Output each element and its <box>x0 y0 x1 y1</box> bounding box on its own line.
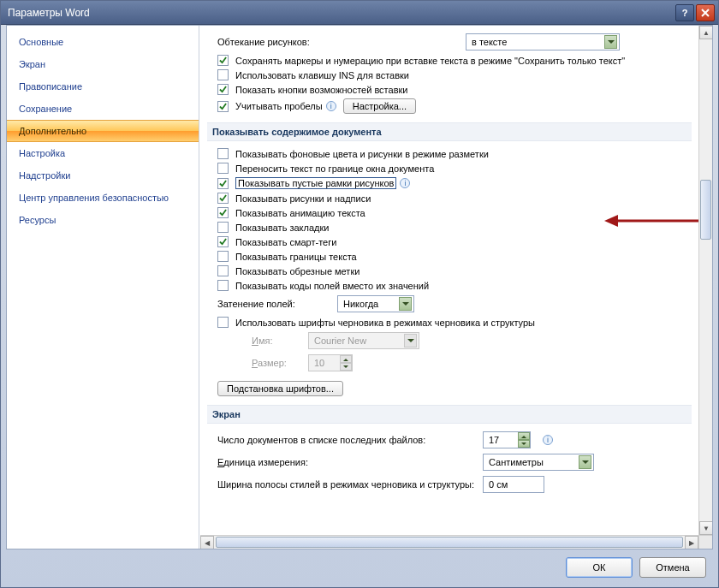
doc-option-7[interactable]: Показывать границы текста <box>211 249 688 264</box>
checkbox-icon[interactable] <box>217 280 229 291</box>
sidebar-item-advanced[interactable]: Дополнительно <box>7 120 199 142</box>
font-size-spinner: 10 <box>308 354 353 371</box>
doc-option-0[interactable]: Показывать фоновые цвета и рисунки в реж… <box>211 146 688 161</box>
doc-option-8[interactable]: Показывать обрезные метки <box>211 264 688 278</box>
doc-option-2[interactable]: Показывать пустые рамки рисунковi <box>211 175 688 191</box>
checkbox-icon[interactable] <box>217 163 229 174</box>
window-title: Параметры Word <box>8 7 674 19</box>
doc-option-4[interactable]: Показывать анимацию текста <box>211 205 688 220</box>
titlebar[interactable]: Параметры Word ? <box>1 1 718 25</box>
sidebar-item-resources[interactable]: Ресурсы <box>7 209 199 231</box>
checkbox-icon[interactable] <box>217 69 229 80</box>
style-width-input[interactable]: 0 см <box>483 476 544 493</box>
option-label: Показывать границы текста <box>235 252 357 262</box>
option-label: Показывать закладки <box>235 223 329 233</box>
option-label: Показывать пустые рамки рисунков <box>235 177 396 189</box>
option-label: Переносить текст по границе окна докумен… <box>235 163 434 174</box>
font-substitution-button[interactable]: Подстановка шрифтов... <box>217 381 343 396</box>
paste-settings-button[interactable]: Настройка... <box>343 98 416 114</box>
vertical-scrollbar[interactable]: ▲ ▼ <box>698 26 712 535</box>
close-button[interactable] <box>696 4 715 21</box>
sidebar-item-display[interactable]: Экран <box>7 53 199 75</box>
font-name-select: Courier New <box>308 332 419 349</box>
sidebar-item-proofing[interactable]: Правописание <box>7 75 199 98</box>
spin-down-icon[interactable] <box>518 440 530 448</box>
section-screen: Экран <box>207 405 692 424</box>
horizontal-scrollbar[interactable]: ◀ ▶ <box>200 535 698 549</box>
option-label: Показывать анимацию текста <box>235 208 365 218</box>
field-shading-label: Затенение полей: <box>217 299 329 309</box>
units-select[interactable]: Сантиметры <box>483 454 594 471</box>
recent-docs-label: Число документов в списке последних файл… <box>217 435 474 445</box>
checkbox-icon[interactable] <box>217 236 229 247</box>
checkbox-icon[interactable] <box>217 178 229 189</box>
sidebar-item-general[interactable]: Основные <box>7 31 199 53</box>
ok-button[interactable]: ОК <box>566 557 633 578</box>
option-label: Показывать смарт-теги <box>235 237 336 247</box>
doc-option-9[interactable]: Показывать коды полей вместо их значений <box>211 278 688 293</box>
sidebar-item-addins[interactable]: Надстройки <box>7 164 199 187</box>
recent-docs-spinner[interactable]: 17 <box>483 431 531 448</box>
info-icon[interactable]: i <box>400 178 410 188</box>
wrap-label: Обтекание рисунков: <box>217 37 457 47</box>
option-label: Показывать фоновые цвета и рисунки в реж… <box>235 149 489 159</box>
spin-up-icon[interactable] <box>518 432 530 440</box>
cancel-button[interactable]: Отмена <box>639 557 706 578</box>
options-dialog: Параметры Word ? Основные Экран Правопис… <box>0 0 719 588</box>
checkbox-icon[interactable] <box>217 148 229 159</box>
category-sidebar: Основные Экран Правописание Сохранение Д… <box>7 26 199 549</box>
scroll-right-icon[interactable]: ▶ <box>685 536 698 549</box>
checkbox-icon[interactable] <box>217 193 229 204</box>
option-label: Показывать рисунки и надписи <box>235 193 371 204</box>
doc-option-6[interactable]: Показывать смарт-теги <box>211 235 688 249</box>
units-row: Единица измерения: Сантиметры <box>211 451 688 473</box>
scroll-thumb[interactable] <box>216 537 683 548</box>
spin-down-icon <box>340 363 352 371</box>
font-size-row: Размер: 10 <box>211 352 688 374</box>
doc-option-1[interactable]: Переносить текст по границе окна докумен… <box>211 161 688 175</box>
chevron-down-icon[interactable] <box>604 35 617 49</box>
scroll-down-icon[interactable]: ▼ <box>699 521 712 535</box>
sidebar-item-save[interactable]: Сохранение <box>7 98 199 120</box>
option-label: Показывать коды полей вместо их значений <box>235 281 429 291</box>
checkbox-icon[interactable] <box>217 265 229 276</box>
field-shading-row: Затенение полей: Никогда <box>211 293 688 315</box>
dialog-body: Основные Экран Правописание Сохранение Д… <box>6 25 713 549</box>
info-icon[interactable]: i <box>326 101 336 111</box>
checkbox-icon[interactable] <box>217 317 229 328</box>
chevron-down-icon <box>404 334 417 347</box>
spin-up-icon <box>340 355 352 363</box>
checkbox-icon[interactable] <box>217 84 229 95</box>
sidebar-item-customize[interactable]: Настройка <box>7 142 199 164</box>
font-name-label: Имя: <box>252 336 300 346</box>
font-substitution-row: Подстановка шрифтов... <box>211 379 688 398</box>
checkbox-icon[interactable] <box>217 207 229 218</box>
chevron-down-icon[interactable] <box>399 297 412 311</box>
opt-draft-font[interactable]: Использовать шрифты черновика в режимах … <box>211 315 688 330</box>
field-shading-select[interactable]: Никогда <box>337 295 414 312</box>
checkbox-icon[interactable] <box>217 251 229 262</box>
chevron-down-icon[interactable] <box>579 455 591 469</box>
wrap-select[interactable]: в тексте <box>466 33 620 50</box>
opt-ins-key[interactable]: Использовать клавишу INS для вставки <box>211 68 688 82</box>
scroll-thumb[interactable] <box>700 180 711 240</box>
doc-option-3[interactable]: Показывать рисунки и надписи <box>211 191 688 205</box>
scroll-up-icon[interactable]: ▲ <box>699 26 712 39</box>
opt-spaces[interactable]: Учитывать пробелы i Настройка... <box>211 97 688 116</box>
help-button[interactable]: ? <box>675 4 694 21</box>
checkbox-icon[interactable] <box>217 55 229 66</box>
opt-keep-bullets[interactable]: Сохранять маркеры и нумерацию при вставк… <box>211 53 688 68</box>
style-width-label: Ширина полосы стилей в режимах черновика… <box>217 479 474 490</box>
opt-paste-buttons[interactable]: Показать кнопки возможностей вставки <box>211 82 688 97</box>
main-panel: Обтекание рисунков: в тексте Сохранять м… <box>199 26 712 549</box>
scroll-left-icon[interactable]: ◀ <box>200 536 214 549</box>
checkbox-icon[interactable] <box>217 101 229 112</box>
doc-option-5[interactable]: Показывать закладки <box>211 220 688 235</box>
font-size-label: Размер: <box>252 358 300 368</box>
section-doc-content: Показывать содержимое документа <box>207 122 692 141</box>
wrap-row: Обтекание рисунков: в тексте <box>211 31 688 53</box>
sidebar-item-trust-center[interactable]: Центр управления безопасностью <box>7 187 199 209</box>
info-icon[interactable]: i <box>543 435 553 445</box>
option-label: Показывать обрезные метки <box>235 266 360 276</box>
checkbox-icon[interactable] <box>217 222 229 233</box>
